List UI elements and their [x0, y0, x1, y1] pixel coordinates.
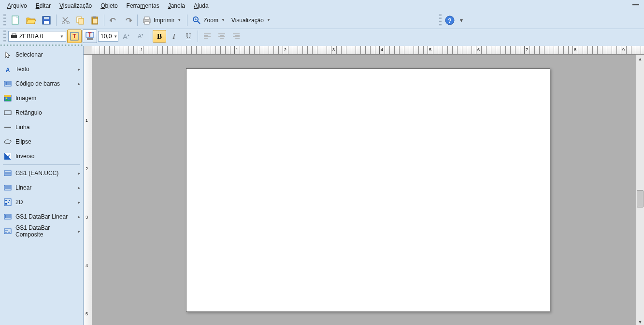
- tool-label: GS1 DataBar Composite: [15, 224, 79, 238]
- view-button[interactable]: Visualização▼: [229, 14, 274, 27]
- tool-2d[interactable]: 2D▸: [0, 195, 83, 209]
- svg-rect-27: [4, 95, 11, 97]
- print-label: Imprimir: [154, 17, 174, 24]
- underline-button[interactable]: U: [182, 30, 195, 43]
- text-mode-icon: T: [70, 32, 79, 41]
- separator: [150, 30, 150, 42]
- save-disk-icon: [41, 15, 52, 26]
- menu-ajuda[interactable]: Ajuda: [189, 0, 213, 11]
- svg-text:T: T: [72, 33, 76, 40]
- tool-inverse[interactable]: Inverso: [0, 149, 83, 163]
- help-dropdown[interactable]: ▾: [460, 17, 463, 24]
- tool-databar-composite[interactable]: GS1 DataBar Composite▸: [0, 224, 83, 238]
- redo-button[interactable]: [121, 14, 135, 27]
- svg-rect-2: [44, 17, 49, 19]
- printer-icon: [142, 15, 152, 25]
- cut-button[interactable]: [59, 14, 72, 27]
- menu-visualizacao[interactable]: Visualização: [55, 0, 96, 11]
- workspace: Selecionar ATexto▸ Código de barras▸ Ima…: [0, 46, 644, 325]
- svg-text:A: A: [6, 67, 10, 73]
- svg-text:?: ?: [448, 17, 451, 24]
- svg-text:T: T: [88, 32, 92, 38]
- barcode-icon: [4, 80, 12, 88]
- tool-label: Texto: [15, 66, 29, 73]
- bold-icon: B: [157, 32, 162, 41]
- tools-sidebar: Selecionar ATexto▸ Código de barras▸ Ima…: [0, 46, 83, 325]
- vertical-scrollbar[interactable]: ▲ ▼: [636, 55, 644, 325]
- tool-ellipse[interactable]: Elipse: [0, 134, 83, 149]
- font-grow-button[interactable]: A▴: [119, 30, 133, 43]
- font-shrink-button[interactable]: A▾: [134, 30, 147, 43]
- bold-button[interactable]: B: [153, 30, 166, 43]
- barcode-icon: [4, 184, 12, 192]
- undo-icon: [109, 16, 118, 24]
- open-button[interactable]: [24, 14, 38, 27]
- redo-icon: [123, 16, 133, 24]
- align-left-icon: [203, 33, 211, 40]
- tool-image[interactable]: Imagem: [0, 91, 83, 105]
- copy-icon: [75, 15, 85, 25]
- databar-comp-icon: [4, 227, 12, 235]
- tool-label: Retângulo: [15, 109, 42, 116]
- menu-bar: AArquivorquivo Editar Visualização Objet…: [0, 0, 644, 12]
- tool-label: Selecionar: [15, 51, 43, 58]
- zoom-button[interactable]: Zoom▼: [190, 14, 229, 27]
- vertical-ruler[interactable]: 1 2 3 4 5: [84, 55, 92, 325]
- scroll-up-arrow[interactable]: ▲: [636, 55, 644, 63]
- svg-rect-10: [93, 16, 96, 18]
- printer-combo[interactable]: ZEBRA 0▼: [8, 31, 66, 42]
- save-button[interactable]: [39, 14, 54, 27]
- new-button[interactable]: [8, 14, 23, 27]
- image-icon: [4, 94, 12, 102]
- toolbar-grip[interactable]: [3, 14, 6, 27]
- align-center-button[interactable]: [215, 30, 229, 43]
- new-file-icon: [10, 15, 21, 26]
- svg-rect-36: [9, 200, 10, 201]
- tool-barcode[interactable]: Código de barras▸: [0, 76, 83, 91]
- toolbar-grip[interactable]: [3, 30, 6, 43]
- menu-editar[interactable]: Editar: [31, 0, 55, 11]
- format-toolbar: ZEBRA 0▼ T T 10,0▼ A▴ A▾ B I U: [0, 29, 644, 44]
- tool-text[interactable]: ATexto▸: [0, 62, 83, 76]
- tool-databar-linear[interactable]: GS1 DataBar Linear▸: [0, 209, 83, 224]
- tool-label: Código de barras: [15, 80, 60, 87]
- tool-label: Imagem: [15, 95, 36, 102]
- inverse-icon: [4, 152, 12, 160]
- minimize-button[interactable]: [632, 4, 639, 5]
- label-page[interactable]: [186, 68, 550, 312]
- scroll-down-arrow[interactable]: ▼: [636, 318, 644, 325]
- print-button[interactable]: Imprimir▼: [140, 14, 185, 27]
- align-center-icon: [218, 33, 226, 40]
- tool-select[interactable]: Selecionar: [0, 47, 83, 62]
- horizontal-ruler[interactable]: -1 1 2 3 4 5 6 7 8 9: [92, 46, 644, 55]
- text-mode-2-button[interactable]: T: [83, 30, 97, 43]
- separator: [137, 15, 138, 26]
- toolbar-grip[interactable]: [439, 14, 442, 27]
- tool-label: Elipse: [15, 138, 31, 145]
- tool-gs1-ean[interactable]: GS1 (EAN.UCC)▸: [0, 166, 83, 180]
- align-left-button[interactable]: [200, 30, 214, 43]
- menu-objeto[interactable]: Objeto: [96, 0, 122, 11]
- menu-janela[interactable]: Janela: [164, 0, 189, 11]
- paste-button[interactable]: [88, 14, 101, 27]
- copy-button[interactable]: [73, 14, 87, 27]
- svg-point-30: [4, 140, 11, 144]
- tool-rectangle[interactable]: Retângulo: [0, 105, 83, 120]
- canvas-viewport[interactable]: [92, 55, 636, 325]
- text-mode-1-button[interactable]: T: [67, 30, 82, 43]
- align-right-button[interactable]: [229, 30, 243, 43]
- menu-arquivo[interactable]: AArquivorquivo: [3, 0, 31, 11]
- tool-line[interactable]: Linha: [0, 120, 83, 134]
- undo-button[interactable]: [107, 14, 120, 27]
- barcode-icon: [4, 169, 12, 177]
- italic-button[interactable]: I: [167, 30, 181, 43]
- zoom-icon: [192, 15, 201, 25]
- main-toolbar: Imprimir▼ Zoom▼ Visualização▼ ? ▾: [0, 12, 644, 29]
- help-button[interactable]: ?: [443, 14, 457, 27]
- tool-linear[interactable]: Linear▸: [0, 180, 83, 195]
- fontsize-combo[interactable]: 10,0▼: [98, 31, 118, 42]
- scroll-thumb[interactable]: [637, 190, 644, 207]
- italic-icon: I: [173, 32, 175, 41]
- menu-ferramentas[interactable]: Ferramentas: [122, 0, 164, 11]
- tool-label: GS1 (EAN.UCC): [15, 170, 58, 177]
